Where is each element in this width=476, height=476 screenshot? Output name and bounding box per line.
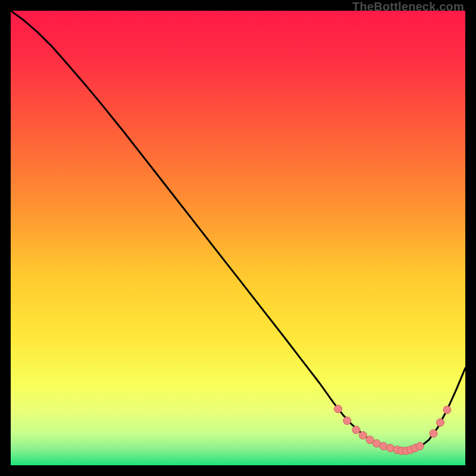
svg-point-15 — [430, 430, 437, 437]
svg-point-7 — [380, 442, 387, 450]
svg-point-16 — [437, 419, 444, 427]
svg-point-5 — [366, 436, 374, 444]
svg-point-4 — [359, 431, 367, 439]
svg-point-2 — [343, 417, 351, 425]
plot-area — [11, 11, 465, 465]
svg-point-3 — [352, 426, 360, 434]
svg-point-17 — [443, 406, 451, 414]
svg-point-14 — [416, 442, 424, 450]
chart-frame: { "attribution": "TheBottleneck.com", "c… — [0, 0, 476, 476]
curve-line — [11, 11, 465, 451]
marker-points — [334, 405, 451, 455]
chart-svg — [11, 11, 465, 465]
svg-point-8 — [386, 444, 394, 452]
svg-point-1 — [334, 405, 342, 413]
